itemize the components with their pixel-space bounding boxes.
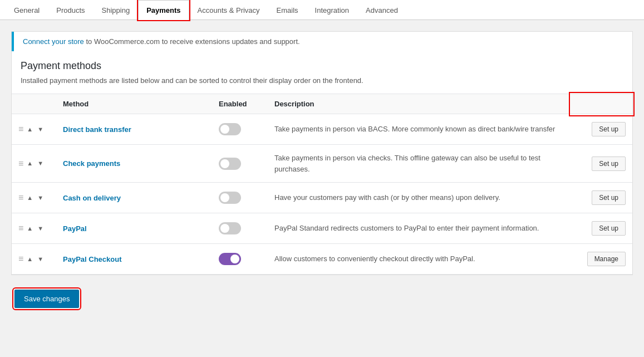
desc-text-5: Allow customers to conveniently checkout… (274, 255, 475, 263)
table-row: ≡ ▲ ▼ PayPal (12, 213, 632, 244)
enabled-cell-3 (212, 183, 268, 213)
tab-payments[interactable]: Payments (138, 0, 189, 20)
tab-emails[interactable]: Emails (268, 0, 307, 20)
action-cell-5: Manage (571, 244, 632, 275)
drag-cell-5: ≡ ▲ ▼ (12, 244, 56, 275)
table-row: ≡ ▲ ▼ Check payments (12, 145, 632, 183)
method-link-check-payments[interactable]: Check payments (63, 159, 120, 168)
method-cell-4: PayPal (56, 213, 212, 244)
desc-text-2: Take payments in person via checks. This… (274, 154, 540, 173)
drag-cell-4: ≡ ▲ ▼ (12, 213, 56, 244)
description-cell-1: Take payments in person via BACS. More c… (268, 114, 571, 145)
drag-cell-2: ≡ ▲ ▼ (12, 145, 56, 183)
drag-controls-3: ≡ ▲ ▼ (18, 193, 50, 202)
setup-button-paypal[interactable]: Set up (592, 221, 626, 236)
drag-controls-5: ≡ ▲ ▼ (18, 255, 50, 263)
drag-cell-3: ≡ ▲ ▼ (12, 183, 56, 213)
description-cell-2: Take payments in person via checks. This… (268, 145, 571, 183)
tab-advanced[interactable]: Advanced (357, 0, 406, 20)
col-header-description: Description (268, 94, 571, 114)
method-cell-3: Cash on delivery (56, 183, 212, 213)
method-cell-1: Direct bank transfer (56, 114, 212, 145)
content-area: Connect your store to WooCommerce.com to… (11, 31, 633, 275)
arrow-up-button[interactable]: ▲ (26, 195, 34, 201)
drag-controls-2: ≡ ▲ ▼ (18, 159, 50, 168)
toggle-slider-1 (219, 123, 241, 135)
method-link-paypal-checkout[interactable]: PayPal Checkout (63, 255, 122, 263)
method-cell-5: PayPal Checkout (56, 244, 212, 275)
toggle-direct-bank[interactable] (219, 123, 241, 135)
method-cell-2: Check payments (56, 145, 212, 183)
col-header-enabled: Enabled (212, 94, 268, 114)
payment-methods-table: Method Enabled Description ≡ ▲ ▼ (12, 94, 632, 275)
method-link-direct-bank[interactable]: Direct bank transfer (63, 125, 131, 134)
drag-handle-icon[interactable]: ≡ (18, 159, 23, 168)
tabs-navigation: General Products Shipping Payments Accou… (0, 0, 644, 20)
tab-accounts-privacy[interactable]: Accounts & Privacy (189, 0, 268, 20)
desc-text-4: PayPal Standard redirects customers to P… (274, 224, 539, 232)
tab-products[interactable]: Products (48, 0, 93, 20)
notice-text: to WooCommerce.com to receive extensions… (84, 37, 300, 46)
table-row: ≡ ▲ ▼ Cash on delivery (12, 183, 632, 213)
drag-handle-icon[interactable]: ≡ (18, 255, 23, 263)
section-description: Installed payment methods are listed bel… (12, 74, 632, 94)
arrow-down-button[interactable]: ▼ (36, 126, 45, 133)
page-wrapper: General Products Shipping Payments Accou… (0, 0, 644, 357)
notice-banner: Connect your store to WooCommerce.com to… (12, 32, 632, 51)
enabled-cell-1 (212, 114, 268, 145)
tab-general[interactable]: General (6, 0, 48, 20)
table-row: ≡ ▲ ▼ PayPal Checkout (12, 244, 632, 275)
arrow-down-button[interactable]: ▼ (36, 226, 45, 232)
action-cell-2: Set up (571, 145, 632, 183)
desc-text-1: Take payments in person via BACS. More c… (274, 125, 555, 133)
toggle-slider-4 (219, 222, 241, 234)
desc-text-3: Have your customers pay with cash (or by… (274, 193, 500, 202)
toggle-slider-5 (219, 253, 241, 265)
toggle-paypal[interactable] (219, 222, 241, 234)
col-header-action (571, 94, 632, 114)
table-row: ≡ ▲ ▼ Direct bank transfer (12, 114, 632, 145)
outer-wrapper: Connect your store to WooCommerce.com to… (0, 20, 644, 322)
toggle-check-payments[interactable] (219, 158, 241, 170)
drag-handle-icon[interactable]: ≡ (18, 224, 23, 233)
arrow-up-button[interactable]: ▲ (26, 256, 34, 262)
arrow-down-button[interactable]: ▼ (36, 195, 45, 201)
action-cell-3: Set up (571, 183, 632, 213)
arrow-up-button[interactable]: ▲ (26, 226, 34, 232)
method-link-paypal[interactable]: PayPal (63, 224, 87, 233)
enabled-cell-4 (212, 213, 268, 244)
toggle-slider-2 (219, 158, 241, 170)
drag-cell-1: ≡ ▲ ▼ (12, 114, 56, 145)
drag-handle-icon[interactable]: ≡ (18, 193, 23, 202)
enabled-cell-5 (212, 244, 268, 275)
save-section: Save changes (6, 281, 638, 317)
toggle-paypal-checkout[interactable] (219, 253, 241, 265)
save-changes-button[interactable]: Save changes (14, 290, 79, 308)
section-title: Payment methods (12, 51, 632, 74)
setup-button-check-payments[interactable]: Set up (592, 157, 626, 171)
enabled-cell-2 (212, 145, 268, 183)
method-link-cash-on-delivery[interactable]: Cash on delivery (63, 194, 121, 202)
col-header-method: Method (56, 94, 212, 114)
description-cell-4: PayPal Standard redirects customers to P… (268, 213, 571, 244)
connect-store-link[interactable]: Connect your store (23, 37, 84, 46)
arrow-down-button[interactable]: ▼ (36, 160, 45, 167)
manage-button-paypal-checkout[interactable]: Manage (587, 252, 626, 266)
action-cell-4: Set up (571, 213, 632, 244)
toggle-slider-3 (219, 192, 241, 204)
tab-integration[interactable]: Integration (307, 0, 357, 20)
action-cell-1: Set up (571, 114, 632, 145)
tab-shipping[interactable]: Shipping (94, 0, 139, 20)
arrow-up-button[interactable]: ▲ (26, 126, 34, 133)
description-cell-3: Have your customers pay with cash (or by… (268, 183, 571, 213)
arrow-down-button[interactable]: ▼ (36, 256, 45, 262)
drag-controls-4: ≡ ▲ ▼ (18, 224, 50, 233)
description-cell-5: Allow customers to conveniently checkout… (268, 244, 571, 275)
setup-button-cash-on-delivery[interactable]: Set up (592, 190, 626, 205)
drag-controls-1: ≡ ▲ ▼ (18, 125, 50, 134)
setup-button-direct-bank[interactable]: Set up (592, 122, 626, 136)
drag-handle-icon[interactable]: ≡ (18, 125, 23, 134)
arrow-up-button[interactable]: ▲ (26, 160, 34, 167)
col-header-drag (12, 94, 56, 114)
toggle-cash-on-delivery[interactable] (219, 192, 241, 204)
